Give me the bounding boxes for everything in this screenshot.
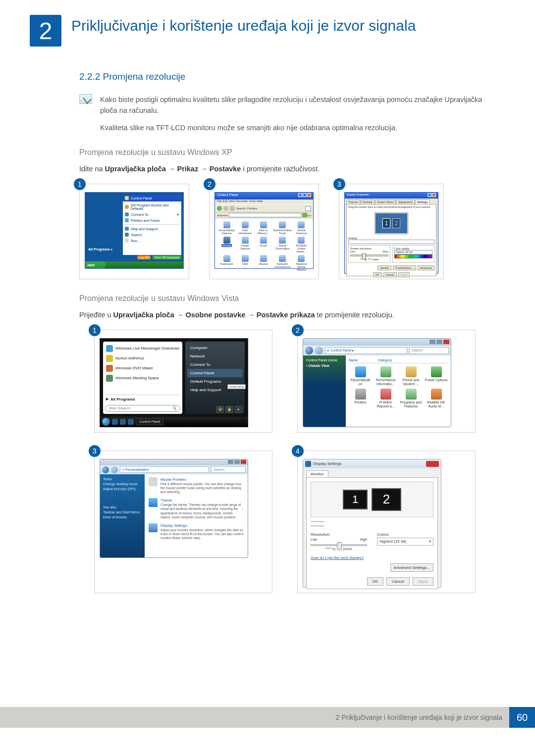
colorbar (394, 254, 432, 258)
vista-cp-nav: ▸ Control Panel ▸ Search (303, 346, 451, 355)
cp-icon-item: Fonts (255, 237, 272, 253)
colors-select: Highest (32 bit) (377, 538, 433, 546)
cp-icon-item: Adobe Gamma (293, 221, 310, 235)
vista-start-item-label: Norton AntiVirus (115, 356, 144, 360)
vista-pers-sidebar: Tasks Change desktop icons Adjust font s… (100, 474, 145, 558)
vista-start-item: Windows Meeting Space (105, 373, 180, 383)
xp-cp-address: Address Go (215, 212, 313, 218)
side-link: Adjust font size (DPI) (103, 487, 142, 491)
norton-icon (106, 355, 113, 362)
note-text: Kako biste postigli optimalnu kvalitetu … (100, 94, 485, 139)
search-input: Search (211, 466, 246, 473)
theme-icon (149, 498, 158, 507)
vista-display-settings: Display Settings Monitor 1 2 ********** … (303, 459, 441, 588)
entry-desc: Adjust your monitor resolution, which ch… (160, 528, 244, 540)
power-icon: ⏻ (216, 406, 224, 413)
logoff-button: Log Off (137, 255, 151, 259)
pers-entry-mouse: Mouse PointersPick a different mouse poi… (149, 477, 244, 494)
game-icon (279, 237, 286, 244)
vista-shot-2: 2 ▸ Control Panel ▸ Search Control Panel… (297, 330, 476, 433)
chapter-header: 2 Priključivanje i korištenje uređaja ko… (30, 15, 505, 47)
cancel-button: Cancel (386, 577, 410, 586)
page-number: 60 (509, 707, 535, 728)
run-icon (125, 239, 129, 243)
help-icon (428, 193, 431, 197)
xp-display-properties: Display Properties Themes Desktop Screen… (344, 192, 438, 274)
cp-home: Control Panel Home (306, 358, 343, 362)
xp-start-item: Connect To▸ (125, 211, 179, 217)
taskbar-task: Control Panel (136, 418, 163, 425)
cp-icon-item: Folder Options (236, 237, 254, 253)
side-link: Taskbar and Start Menu (103, 510, 142, 514)
cp-icon-label: Fonts (260, 244, 267, 247)
xp-start-item: Search (125, 232, 179, 238)
performance-icon (380, 366, 391, 377)
note-p1: Kako biste postigli optimalnu kvalitetu … (100, 94, 485, 116)
pers-entry-display: Display SettingsAdjust your monitor reso… (149, 523, 244, 540)
mousepointer-icon (149, 477, 158, 486)
vista-start-item: Windows DVD Maker (105, 363, 180, 373)
cp-icon-item: Mail (236, 255, 254, 271)
note-icon (79, 94, 92, 104)
vista-ds-title: Display Settings (313, 461, 341, 466)
cp-icon-item: Programs and Features (399, 389, 423, 408)
cp-icon-item: Administrative Tools (273, 221, 292, 235)
cp-icon-label: Phone and Modem ... (399, 378, 423, 386)
close-icon (443, 340, 449, 344)
cp-icon-label: Mouse (259, 262, 268, 265)
keyboard-icon (223, 255, 230, 262)
start-button: start (85, 261, 106, 268)
colors-value: Highest (32 bit) (379, 539, 406, 544)
vista-cp-main: NameCategory Personalizati on Performanc… (346, 355, 451, 427)
search-input: Search (409, 347, 449, 354)
vista-start-right: Computer Network Connect To Control Pane… (185, 342, 245, 414)
badge-4: 4 (292, 445, 304, 457)
fonts-icon (260, 237, 267, 244)
min-icon (298, 193, 302, 197)
xp-taskbar: start (85, 261, 183, 268)
connect-icon (125, 212, 129, 216)
vista-shot-4: 4 Display Settings Monitor 1 2 *********… (297, 451, 476, 593)
vista-pers-body: Tasks Change desktop icons Adjust font s… (100, 474, 248, 558)
footer-text: 2 Priključivanje i korištenje uređaja ko… (336, 713, 502, 721)
slider-ends: LowHigh (311, 538, 367, 541)
entry-title: Display Settings (160, 523, 244, 528)
xp-start-item-label: Search (131, 233, 142, 237)
apply-button: Apply (398, 272, 410, 277)
xp-start-menu: Control Panel Set Program Access and Def… (85, 192, 184, 269)
vista-control-panel: ▸ Control Panel ▸ Search Control Panel H… (303, 338, 451, 427)
seealso-heading: See also (103, 505, 142, 509)
cp-icon-label: Printers (354, 401, 366, 404)
network-icon (279, 255, 286, 262)
vista-pers-main: Mouse PointersPick a different mouse poi… (145, 474, 248, 558)
vista-right-item: Connect To (187, 360, 243, 369)
admintools-icon (279, 221, 286, 228)
vista-search-placeholder: Start Search (108, 406, 130, 410)
programs-icon (406, 389, 417, 400)
cp-icon-label: Display (221, 244, 232, 247)
vista-instruction: Prijeđite u Upravljačka ploča → Osobne p… (79, 310, 485, 321)
address-label: Address (217, 214, 228, 217)
xp-dp-titlebar: Display Properties (345, 193, 438, 199)
resolution-col: Resolution: LowHigh **** by **** pixels (311, 532, 367, 551)
resolution-slider (311, 544, 367, 546)
vista-pers-nav: « Personalization Search (100, 465, 248, 474)
help-icon (125, 227, 129, 231)
xp-start-item-label: Connect To (131, 213, 148, 216)
cp-icon-item: Keyboard (218, 255, 235, 271)
monitor-2: 2 (392, 218, 400, 228)
cp-icon-item: Accessibility Options (218, 221, 235, 235)
vista-start-item-label: Windows Live Messenger Download (115, 346, 179, 351)
xp-start-item: Set Program Access and Defaults (125, 202, 179, 211)
vista-cp-titlebar (303, 339, 451, 346)
vista-shot-3: 3 « Personalization Search Tasks Change … (94, 451, 272, 593)
xp-dp-panel: Drag the monitor icons to match the phys… (346, 204, 436, 276)
badge-1: 1 (74, 178, 86, 190)
xp-start-right-column: Control Panel Set Program Access and Def… (123, 195, 181, 255)
ok-button: OK (367, 577, 384, 586)
xp-dp-twocol: Screen resolution LessMore **** by **** … (348, 244, 434, 264)
tab-settings: Settings (415, 200, 430, 204)
vista-start-item-label: Windows DVD Maker (115, 366, 153, 370)
tab-monitor: Monitor (306, 470, 328, 477)
controlpanel-icon (125, 196, 129, 200)
